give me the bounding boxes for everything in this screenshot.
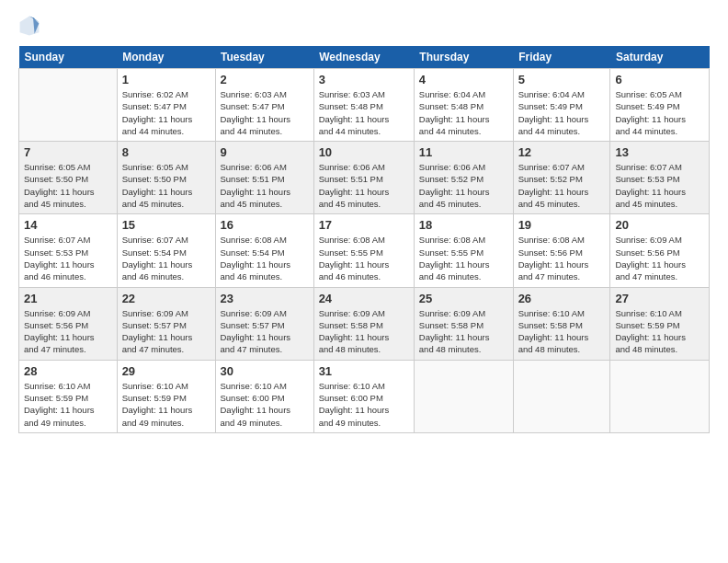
calendar-cell — [19, 69, 118, 142]
day-number: 18 — [419, 218, 508, 232]
calendar-cell: 5Sunrise: 6:04 AMSunset: 5:49 PMDaylight… — [513, 69, 610, 142]
calendar-cell: 28Sunrise: 6:10 AMSunset: 5:59 PMDayligh… — [19, 360, 118, 432]
day-number: 13 — [615, 145, 704, 159]
calendar-cell: 26Sunrise: 6:10 AMSunset: 5:58 PMDayligh… — [513, 287, 610, 360]
day-number: 29 — [122, 364, 210, 378]
day-info: Sunrise: 6:03 AMSunset: 5:48 PMDaylight:… — [319, 88, 409, 137]
calendar-table: SundayMondayTuesdayWednesdayThursdayFrid… — [18, 46, 710, 433]
day-info: Sunrise: 6:03 AMSunset: 5:47 PMDaylight:… — [221, 88, 309, 137]
calendar-cell: 30Sunrise: 6:10 AMSunset: 6:00 PMDayligh… — [215, 360, 313, 432]
day-number: 31 — [319, 364, 409, 378]
day-number: 8 — [122, 145, 210, 159]
day-info: Sunrise: 6:10 AMSunset: 6:00 PMDaylight:… — [221, 380, 309, 429]
day-number: 12 — [518, 145, 606, 159]
day-number: 3 — [319, 73, 409, 86]
day-number: 21 — [24, 292, 112, 305]
day-number: 16 — [221, 218, 309, 232]
calendar-cell — [414, 360, 513, 432]
day-info: Sunrise: 6:10 AMSunset: 5:59 PMDaylight:… — [122, 380, 210, 429]
day-info: Sunrise: 6:08 AMSunset: 5:55 PMDaylight:… — [419, 234, 508, 282]
calendar-cell: 19Sunrise: 6:08 AMSunset: 5:56 PMDayligh… — [513, 214, 610, 287]
day-info: Sunrise: 6:08 AMSunset: 5:56 PMDaylight:… — [518, 234, 606, 282]
calendar-cell — [513, 360, 610, 432]
calendar-cell: 6Sunrise: 6:05 AMSunset: 5:49 PMDaylight… — [610, 69, 710, 142]
day-number: 26 — [518, 292, 606, 305]
day-number: 19 — [518, 218, 606, 232]
calendar-cell: 9Sunrise: 6:06 AMSunset: 5:51 PMDaylight… — [215, 142, 313, 214]
day-number: 6 — [615, 73, 704, 86]
day-info: Sunrise: 6:10 AMSunset: 5:59 PMDaylight:… — [24, 380, 112, 429]
day-info: Sunrise: 6:10 AMSunset: 5:58 PMDaylight:… — [518, 307, 606, 356]
calendar-cell: 20Sunrise: 6:09 AMSunset: 5:56 PMDayligh… — [610, 214, 710, 287]
calendar-cell: 22Sunrise: 6:09 AMSunset: 5:57 PMDayligh… — [117, 287, 215, 360]
weekday-header-sunday: Sunday — [19, 46, 118, 69]
calendar-cell: 7Sunrise: 6:05 AMSunset: 5:50 PMDaylight… — [19, 142, 118, 214]
day-info: Sunrise: 6:05 AMSunset: 5:50 PMDaylight:… — [122, 161, 210, 210]
day-info: Sunrise: 6:07 AMSunset: 5:54 PMDaylight:… — [122, 234, 210, 282]
weekday-header-friday: Friday — [513, 46, 610, 69]
day-number: 15 — [122, 218, 210, 232]
day-info: Sunrise: 6:04 AMSunset: 5:49 PMDaylight:… — [518, 88, 606, 137]
day-number: 11 — [419, 145, 508, 159]
day-number: 7 — [24, 145, 112, 159]
day-info: Sunrise: 6:04 AMSunset: 5:48 PMDaylight:… — [419, 88, 508, 137]
weekday-header-tuesday: Tuesday — [215, 46, 313, 69]
day-info: Sunrise: 6:10 AMSunset: 5:59 PMDaylight:… — [615, 307, 704, 356]
calendar-cell: 11Sunrise: 6:06 AMSunset: 5:52 PMDayligh… — [414, 142, 513, 214]
day-number: 28 — [24, 364, 112, 378]
day-number: 30 — [221, 364, 309, 378]
day-info: Sunrise: 6:05 AMSunset: 5:49 PMDaylight:… — [615, 88, 704, 137]
day-number: 17 — [319, 218, 409, 232]
day-number: 22 — [122, 292, 210, 305]
day-number: 14 — [24, 218, 112, 232]
calendar-cell: 18Sunrise: 6:08 AMSunset: 5:55 PMDayligh… — [414, 214, 513, 287]
day-info: Sunrise: 6:07 AMSunset: 5:53 PMDaylight:… — [615, 161, 704, 210]
calendar-cell: 2Sunrise: 6:03 AMSunset: 5:47 PMDaylight… — [215, 69, 313, 142]
logo-icon — [18, 15, 40, 37]
calendar-cell: 16Sunrise: 6:08 AMSunset: 5:54 PMDayligh… — [215, 214, 313, 287]
day-info: Sunrise: 6:10 AMSunset: 6:00 PMDaylight:… — [319, 380, 409, 429]
day-info: Sunrise: 6:06 AMSunset: 5:51 PMDaylight:… — [221, 161, 309, 210]
day-number: 1 — [122, 73, 210, 86]
calendar-cell: 17Sunrise: 6:08 AMSunset: 5:55 PMDayligh… — [313, 214, 414, 287]
calendar-cell: 29Sunrise: 6:10 AMSunset: 5:59 PMDayligh… — [117, 360, 215, 432]
day-info: Sunrise: 6:09 AMSunset: 5:56 PMDaylight:… — [615, 234, 704, 282]
day-number: 24 — [319, 292, 409, 305]
weekday-header-thursday: Thursday — [414, 46, 513, 69]
calendar-cell: 21Sunrise: 6:09 AMSunset: 5:56 PMDayligh… — [19, 287, 118, 360]
day-info: Sunrise: 6:07 AMSunset: 5:52 PMDaylight:… — [518, 161, 606, 210]
calendar-cell: 4Sunrise: 6:04 AMSunset: 5:48 PMDaylight… — [414, 69, 513, 142]
weekday-header-monday: Monday — [117, 46, 215, 69]
calendar-cell: 3Sunrise: 6:03 AMSunset: 5:48 PMDaylight… — [313, 69, 414, 142]
weekday-header-wednesday: Wednesday — [313, 46, 414, 69]
day-info: Sunrise: 6:06 AMSunset: 5:52 PMDaylight:… — [419, 161, 508, 210]
day-number: 23 — [221, 292, 309, 305]
calendar-cell: 14Sunrise: 6:07 AMSunset: 5:53 PMDayligh… — [19, 214, 118, 287]
calendar-cell: 23Sunrise: 6:09 AMSunset: 5:57 PMDayligh… — [215, 287, 313, 360]
calendar-cell — [610, 360, 710, 432]
calendar-cell: 8Sunrise: 6:05 AMSunset: 5:50 PMDaylight… — [117, 142, 215, 214]
day-info: Sunrise: 6:07 AMSunset: 5:53 PMDaylight:… — [24, 234, 112, 282]
calendar-cell: 1Sunrise: 6:02 AMSunset: 5:47 PMDaylight… — [117, 69, 215, 142]
day-number: 4 — [419, 73, 508, 86]
calendar-cell: 10Sunrise: 6:06 AMSunset: 5:51 PMDayligh… — [313, 142, 414, 214]
day-info: Sunrise: 6:06 AMSunset: 5:51 PMDaylight:… — [319, 161, 409, 210]
weekday-header-saturday: Saturday — [610, 46, 710, 69]
day-info: Sunrise: 6:09 AMSunset: 5:58 PMDaylight:… — [419, 307, 508, 356]
day-number: 2 — [221, 73, 309, 86]
day-number: 9 — [221, 145, 309, 159]
day-info: Sunrise: 6:05 AMSunset: 5:50 PMDaylight:… — [24, 161, 112, 210]
day-info: Sunrise: 6:02 AMSunset: 5:47 PMDaylight:… — [122, 88, 210, 137]
calendar-cell: 25Sunrise: 6:09 AMSunset: 5:58 PMDayligh… — [414, 287, 513, 360]
day-number: 10 — [319, 145, 409, 159]
calendar-cell: 24Sunrise: 6:09 AMSunset: 5:58 PMDayligh… — [313, 287, 414, 360]
calendar-cell: 31Sunrise: 6:10 AMSunset: 6:00 PMDayligh… — [313, 360, 414, 432]
day-info: Sunrise: 6:09 AMSunset: 5:58 PMDaylight:… — [319, 307, 409, 356]
day-number: 27 — [615, 292, 704, 305]
day-number: 5 — [518, 73, 606, 86]
logo — [18, 15, 44, 37]
day-number: 20 — [615, 218, 704, 232]
calendar-cell: 27Sunrise: 6:10 AMSunset: 5:59 PMDayligh… — [610, 287, 710, 360]
calendar-cell: 12Sunrise: 6:07 AMSunset: 5:52 PMDayligh… — [513, 142, 610, 214]
day-number: 25 — [419, 292, 508, 305]
